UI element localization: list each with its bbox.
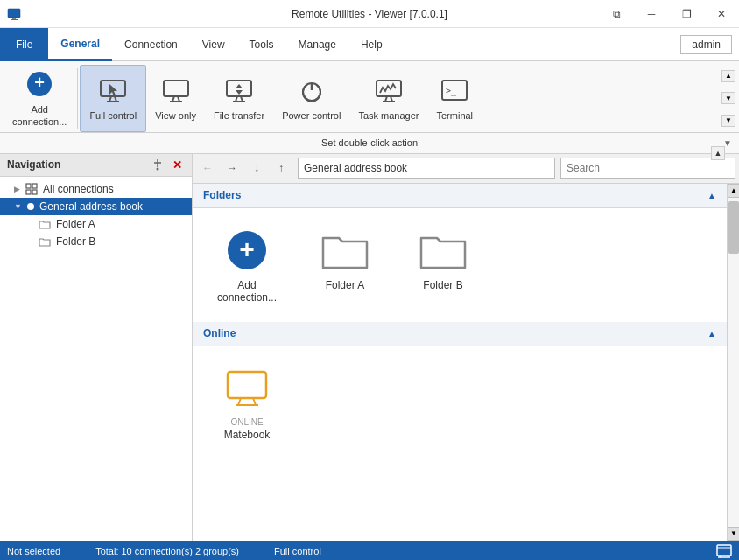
view-only-label: View only: [155, 110, 196, 121]
menu-general[interactable]: General: [48, 28, 112, 61]
address-bar[interactable]: [298, 158, 555, 178]
svg-rect-31: [26, 184, 31, 188]
ribbon-scroll-mid[interactable]: ▼: [721, 92, 735, 104]
file-transfer-icon: [223, 75, 255, 107]
full-control-label: Full control: [89, 110, 137, 121]
ribbon-power-control[interactable]: Power control: [273, 65, 349, 132]
maximize-button[interactable]: ❐: [669, 0, 704, 28]
svg-marker-18: [236, 84, 243, 88]
grid-item-matebook[interactable]: ONLINE Matebook: [203, 357, 291, 449]
nav-all-connections-label: All connections: [43, 183, 114, 195]
nav-header-icons: ✕: [150, 157, 185, 172]
nav-header: Navigation ✕: [0, 154, 192, 177]
folder-a-grid-icon: [321, 227, 369, 274]
nav-down-button[interactable]: ↓: [245, 157, 268, 179]
ribbon-scroll-up[interactable]: ▲: [721, 70, 735, 82]
ribbon-view-only[interactable]: View only: [146, 65, 205, 132]
scroll-down-button[interactable]: ▼: [728, 527, 739, 541]
minimize-button[interactable]: ─: [634, 0, 669, 28]
set-double-click-bar: Set double-click action ▼ ▲: [0, 133, 739, 154]
menu-bar: File General Connection View Tools Manag…: [0, 28, 739, 61]
ribbon-file-transfer[interactable]: File transfer: [205, 65, 273, 132]
menu-view[interactable]: View: [190, 28, 237, 61]
nav-back-button[interactable]: ←: [196, 157, 219, 179]
power-control-icon: [296, 75, 327, 107]
status-bar: Not selected Total: 10 connection(s) 2 g…: [0, 541, 739, 560]
status-mode: Full control: [274, 546, 321, 556]
window-title: Remote Utilities - Viewer [7.0.0.1]: [292, 8, 447, 20]
add-connection-grid-icon: +: [223, 227, 271, 274]
nav-close-icon[interactable]: ✕: [169, 157, 185, 172]
svg-rect-33: [26, 190, 31, 194]
terminal-label: Terminal: [437, 110, 474, 121]
ribbon-add-connection[interactable]: + Addconnection...: [4, 65, 75, 132]
admin-button[interactable]: admin: [680, 35, 732, 54]
content-toolbar: ← → ↓ ↑: [193, 154, 739, 184]
svg-text:>_: >_: [446, 86, 457, 96]
view-only-icon: [160, 75, 192, 107]
set-double-click-label: Set double-click action: [321, 137, 418, 148]
svg-rect-22: [377, 80, 401, 96]
folder-a-grid-label: Folder A: [326, 279, 365, 291]
close-button[interactable]: ✕: [704, 0, 739, 28]
nav-item-folder-a[interactable]: Folder A: [0, 215, 192, 233]
svg-text:+: +: [239, 234, 255, 263]
svg-text:+: +: [34, 73, 45, 92]
grid-item-folder-a[interactable]: Folder A: [301, 219, 389, 312]
svg-rect-0: [8, 9, 20, 18]
nav-folder-a-label: Folder A: [56, 218, 95, 230]
scroll-track: [728, 198, 739, 527]
status-total: Total: 10 connection(s) 2 group(s): [95, 546, 239, 556]
ribbon-task-manager[interactable]: Task manager: [349, 65, 427, 132]
menu-help[interactable]: Help: [348, 28, 395, 61]
svg-marker-9: [109, 84, 117, 96]
nav-expand-book: ▼: [14, 202, 22, 211]
svg-rect-32: [32, 184, 37, 188]
nav-folder-b-label: Folder B: [56, 235, 95, 248]
matebook-grid-label: Matebook: [224, 429, 271, 441]
folder-b-icon: [39, 236, 51, 247]
search-bar[interactable]: [560, 158, 735, 178]
svg-rect-34: [32, 190, 37, 194]
folders-collapse-button[interactable]: ▲: [707, 191, 716, 200]
matebook-grid-icon: [223, 365, 271, 412]
restore-button[interactable]: ⧉: [599, 0, 634, 28]
ribbon-collapse-button[interactable]: ▲: [711, 146, 725, 160]
folder-b-grid-icon: [419, 227, 467, 274]
folders-section-header: Folders ▲: [193, 184, 727, 208]
matebook-online-label: ONLINE: [230, 417, 263, 427]
add-connection-grid-label: Add connection...: [208, 279, 286, 304]
menu-manage[interactable]: Manage: [286, 28, 348, 61]
ribbon-terminal[interactable]: >_ Terminal: [428, 65, 482, 132]
content-scrollbar: ▲ ▼: [727, 184, 739, 541]
nav-up-button[interactable]: ↑: [270, 157, 292, 179]
online-grid: ONLINE Matebook: [193, 346, 727, 459]
menu-connection[interactable]: Connection: [112, 28, 190, 61]
ribbon-scroll-down[interactable]: ▼: [721, 115, 735, 127]
grid-item-folder-b[interactable]: Folder B: [399, 219, 487, 312]
nav-pin-icon[interactable]: [150, 157, 165, 172]
svg-rect-1: [12, 18, 16, 19]
scroll-up-button[interactable]: ▲: [728, 184, 739, 198]
scroll-thumb[interactable]: [728, 201, 739, 254]
online-collapse-button[interactable]: ▲: [707, 329, 716, 339]
nav-general-address-book-label: General address book: [39, 200, 143, 213]
nav-item-all-connections[interactable]: ▶ All connections: [0, 180, 192, 198]
title-bar: Remote Utilities - Viewer [7.0.0.1] ⧉ ─ …: [0, 0, 739, 28]
folders-grid: + Add connection... Folder A: [193, 208, 727, 322]
nav-dot-icon: [27, 203, 34, 210]
power-control-label: Power control: [282, 110, 341, 121]
content-panel: ← → ↓ ↑ Folders ▲: [193, 154, 739, 541]
menu-tools[interactable]: Tools: [237, 28, 286, 61]
ribbon-full-control[interactable]: Full control: [80, 65, 146, 132]
app-icon: [7, 7, 21, 21]
nav-item-folder-b[interactable]: Folder B: [0, 233, 192, 250]
online-section-header: Online ▲: [193, 322, 727, 346]
nav-forward-button[interactable]: →: [221, 157, 243, 179]
online-section-label: Online: [203, 327, 236, 340]
status-icon[interactable]: [716, 544, 732, 558]
folder-b-grid-label: Folder B: [423, 279, 462, 291]
grid-item-add-connection[interactable]: + Add connection...: [203, 219, 291, 312]
menu-file[interactable]: File: [0, 28, 48, 61]
nav-item-general-address-book[interactable]: ▼ General address book: [0, 198, 192, 215]
